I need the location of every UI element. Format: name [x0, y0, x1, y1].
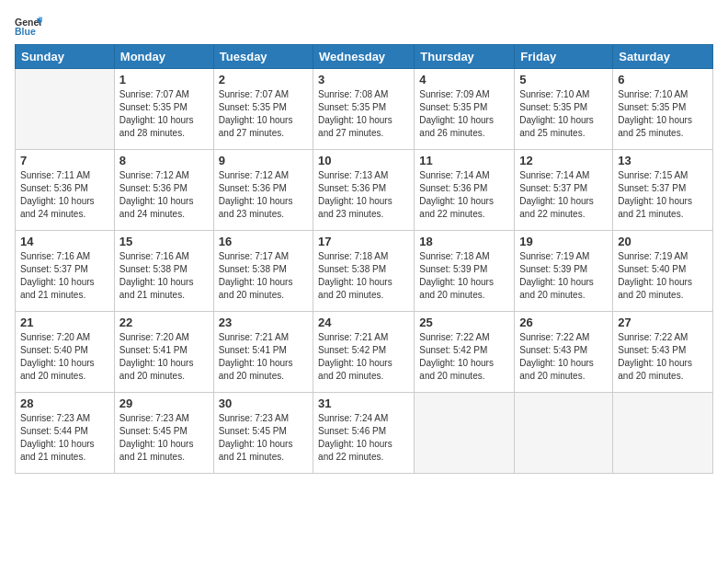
calendar-cell: 14Sunrise: 7:16 AM Sunset: 5:37 PM Dayli…	[16, 231, 115, 312]
calendar-cell: 4Sunrise: 7:09 AM Sunset: 5:35 PM Daylig…	[415, 69, 515, 150]
day-info: Sunrise: 7:23 AM Sunset: 5:44 PM Dayligh…	[20, 412, 109, 464]
calendar-cell: 24Sunrise: 7:21 AM Sunset: 5:42 PM Dayli…	[313, 312, 415, 393]
day-number: 27	[618, 316, 708, 329]
day-number: 30	[219, 396, 308, 410]
day-number: 14	[20, 235, 109, 248]
calendar-cell: 18Sunrise: 7:18 AM Sunset: 5:39 PM Dayli…	[415, 231, 515, 312]
day-number: 2	[219, 73, 308, 86]
calendar-cell: 19Sunrise: 7:19 AM Sunset: 5:39 PM Dayli…	[515, 231, 613, 312]
day-info: Sunrise: 7:18 AM Sunset: 5:39 PM Dayligh…	[419, 250, 509, 302]
svg-text:Blue: Blue	[15, 26, 36, 37]
calendar-cell	[613, 393, 713, 474]
day-number: 28	[20, 396, 109, 410]
day-number: 16	[219, 235, 308, 248]
day-number: 15	[119, 235, 209, 248]
day-number: 1	[119, 73, 209, 86]
calendar-cell: 15Sunrise: 7:16 AM Sunset: 5:38 PM Dayli…	[114, 231, 213, 312]
day-info: Sunrise: 7:08 AM Sunset: 5:35 PM Dayligh…	[318, 88, 409, 140]
calendar-cell: 29Sunrise: 7:23 AM Sunset: 5:45 PM Dayli…	[114, 393, 213, 474]
calendar-cell: 8Sunrise: 7:12 AM Sunset: 5:36 PM Daylig…	[114, 150, 213, 231]
day-info: Sunrise: 7:21 AM Sunset: 5:42 PM Dayligh…	[318, 331, 409, 383]
logo: General Blue	[15, 13, 46, 40]
calendar-cell: 16Sunrise: 7:17 AM Sunset: 5:38 PM Dayli…	[213, 231, 313, 312]
logo-icon: General Blue	[15, 13, 42, 40]
weekday-header-monday: Monday	[114, 45, 213, 69]
calendar-cell: 17Sunrise: 7:18 AM Sunset: 5:38 PM Dayli…	[313, 231, 415, 312]
calendar-cell: 28Sunrise: 7:23 AM Sunset: 5:44 PM Dayli…	[16, 393, 115, 474]
calendar-cell: 31Sunrise: 7:24 AM Sunset: 5:46 PM Dayli…	[313, 393, 415, 474]
day-number: 10	[318, 154, 409, 167]
day-number: 8	[119, 154, 209, 167]
day-info: Sunrise: 7:10 AM Sunset: 5:35 PM Dayligh…	[519, 88, 608, 140]
weekday-header-sunday: Sunday	[16, 45, 115, 69]
calendar-header-row: SundayMondayTuesdayWednesdayThursdayFrid…	[16, 45, 713, 69]
day-info: Sunrise: 7:11 AM Sunset: 5:36 PM Dayligh…	[20, 169, 109, 221]
day-number: 12	[519, 154, 608, 167]
calendar-cell: 10Sunrise: 7:13 AM Sunset: 5:36 PM Dayli…	[313, 150, 415, 231]
calendar-cell: 9Sunrise: 7:12 AM Sunset: 5:36 PM Daylig…	[213, 150, 313, 231]
calendar-cell: 26Sunrise: 7:22 AM Sunset: 5:43 PM Dayli…	[515, 312, 613, 393]
calendar-cell: 27Sunrise: 7:22 AM Sunset: 5:43 PM Dayli…	[613, 312, 713, 393]
day-info: Sunrise: 7:14 AM Sunset: 5:36 PM Dayligh…	[419, 169, 509, 221]
day-number: 13	[618, 154, 708, 167]
calendar-cell: 3Sunrise: 7:08 AM Sunset: 5:35 PM Daylig…	[313, 69, 415, 150]
weekday-header-friday: Friday	[515, 45, 613, 69]
day-info: Sunrise: 7:12 AM Sunset: 5:36 PM Dayligh…	[219, 169, 308, 221]
day-number: 4	[419, 73, 509, 86]
day-info: Sunrise: 7:19 AM Sunset: 5:40 PM Dayligh…	[618, 250, 708, 302]
weekday-header-saturday: Saturday	[613, 45, 713, 69]
day-number: 22	[119, 316, 209, 329]
calendar-cell: 30Sunrise: 7:23 AM Sunset: 5:45 PM Dayli…	[213, 393, 313, 474]
header-row: General Blue	[15, 9, 713, 40]
day-info: Sunrise: 7:22 AM Sunset: 5:43 PM Dayligh…	[618, 331, 708, 383]
week-row-5: 28Sunrise: 7:23 AM Sunset: 5:44 PM Dayli…	[16, 393, 713, 474]
day-info: Sunrise: 7:13 AM Sunset: 5:36 PM Dayligh…	[318, 169, 409, 221]
day-info: Sunrise: 7:22 AM Sunset: 5:43 PM Dayligh…	[519, 331, 608, 383]
day-number: 21	[20, 316, 109, 329]
day-number: 26	[519, 316, 608, 329]
day-info: Sunrise: 7:15 AM Sunset: 5:37 PM Dayligh…	[618, 169, 708, 221]
day-number: 11	[419, 154, 509, 167]
day-info: Sunrise: 7:20 AM Sunset: 5:40 PM Dayligh…	[20, 331, 109, 383]
day-number: 3	[318, 73, 409, 86]
day-info: Sunrise: 7:14 AM Sunset: 5:37 PM Dayligh…	[519, 169, 608, 221]
day-info: Sunrise: 7:18 AM Sunset: 5:38 PM Dayligh…	[318, 250, 409, 302]
day-info: Sunrise: 7:07 AM Sunset: 5:35 PM Dayligh…	[119, 88, 209, 140]
calendar-cell: 7Sunrise: 7:11 AM Sunset: 5:36 PM Daylig…	[16, 150, 115, 231]
calendar-cell	[515, 393, 613, 474]
day-info: Sunrise: 7:16 AM Sunset: 5:38 PM Dayligh…	[119, 250, 209, 302]
weekday-header-wednesday: Wednesday	[313, 45, 415, 69]
day-number: 19	[519, 235, 608, 248]
calendar-cell: 13Sunrise: 7:15 AM Sunset: 5:37 PM Dayli…	[613, 150, 713, 231]
week-row-2: 7Sunrise: 7:11 AM Sunset: 5:36 PM Daylig…	[16, 150, 713, 231]
day-info: Sunrise: 7:23 AM Sunset: 5:45 PM Dayligh…	[219, 412, 308, 464]
day-info: Sunrise: 7:10 AM Sunset: 5:35 PM Dayligh…	[618, 88, 708, 140]
day-number: 31	[318, 396, 409, 410]
day-info: Sunrise: 7:24 AM Sunset: 5:46 PM Dayligh…	[318, 412, 409, 464]
calendar-cell: 2Sunrise: 7:07 AM Sunset: 5:35 PM Daylig…	[213, 69, 313, 150]
day-number: 29	[119, 396, 209, 410]
day-info: Sunrise: 7:16 AM Sunset: 5:37 PM Dayligh…	[20, 250, 109, 302]
calendar-cell: 23Sunrise: 7:21 AM Sunset: 5:41 PM Dayli…	[213, 312, 313, 393]
day-info: Sunrise: 7:12 AM Sunset: 5:36 PM Dayligh…	[119, 169, 209, 221]
day-info: Sunrise: 7:23 AM Sunset: 5:45 PM Dayligh…	[119, 412, 209, 464]
day-info: Sunrise: 7:09 AM Sunset: 5:35 PM Dayligh…	[419, 88, 509, 140]
day-info: Sunrise: 7:20 AM Sunset: 5:41 PM Dayligh…	[119, 331, 209, 383]
day-number: 7	[20, 154, 109, 167]
day-number: 25	[419, 316, 509, 329]
day-info: Sunrise: 7:17 AM Sunset: 5:38 PM Dayligh…	[219, 250, 308, 302]
day-number: 17	[318, 235, 409, 248]
day-number: 6	[618, 73, 708, 86]
day-number: 24	[318, 316, 409, 329]
day-number: 20	[618, 235, 708, 248]
calendar-cell: 5Sunrise: 7:10 AM Sunset: 5:35 PM Daylig…	[515, 69, 613, 150]
calendar-cell: 20Sunrise: 7:19 AM Sunset: 5:40 PM Dayli…	[613, 231, 713, 312]
calendar-cell: 1Sunrise: 7:07 AM Sunset: 5:35 PM Daylig…	[114, 69, 213, 150]
calendar-cell: 11Sunrise: 7:14 AM Sunset: 5:36 PM Dayli…	[415, 150, 515, 231]
calendar: SundayMondayTuesdayWednesdayThursdayFrid…	[15, 44, 713, 474]
week-row-1: 1Sunrise: 7:07 AM Sunset: 5:35 PM Daylig…	[16, 69, 713, 150]
calendar-cell: 21Sunrise: 7:20 AM Sunset: 5:40 PM Dayli…	[16, 312, 115, 393]
day-info: Sunrise: 7:19 AM Sunset: 5:39 PM Dayligh…	[519, 250, 608, 302]
day-info: Sunrise: 7:07 AM Sunset: 5:35 PM Dayligh…	[219, 88, 308, 140]
day-info: Sunrise: 7:22 AM Sunset: 5:42 PM Dayligh…	[419, 331, 509, 383]
